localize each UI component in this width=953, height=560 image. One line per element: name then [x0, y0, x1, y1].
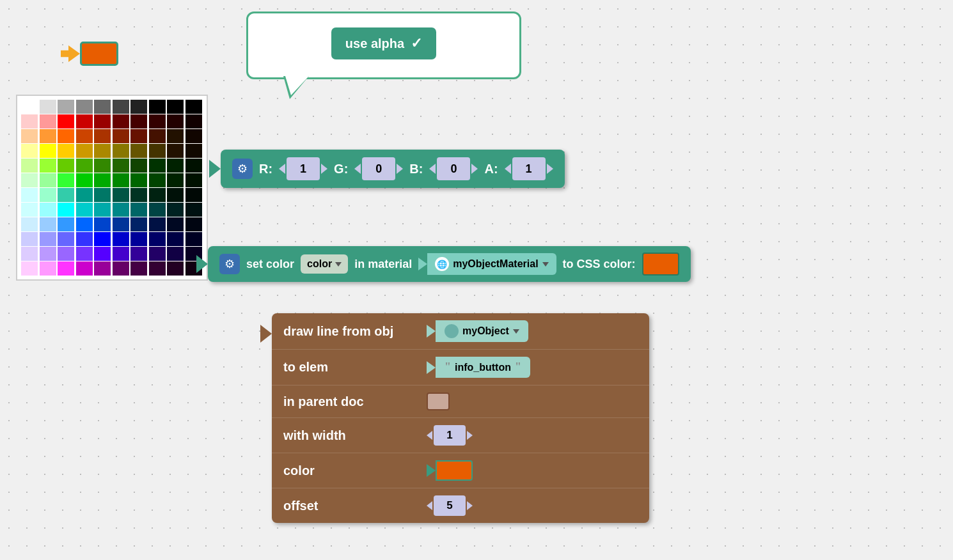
palette-cell[interactable]	[113, 144, 129, 158]
palette-cell[interactable]	[185, 173, 202, 187]
palette-cell[interactable]	[21, 217, 38, 231]
width-arrow-left[interactable]	[427, 431, 432, 440]
palette-cell[interactable]	[149, 159, 166, 173]
palette-cell[interactable]	[21, 247, 38, 261]
palette-cell[interactable]	[113, 203, 129, 217]
palette-cell[interactable]	[94, 232, 111, 246]
palette-cell[interactable]	[58, 261, 74, 276]
palette-cell[interactable]	[21, 114, 38, 128]
palette-cell[interactable]	[113, 247, 129, 261]
g-arrow-left[interactable]	[354, 164, 361, 174]
palette-cell[interactable]	[94, 173, 111, 187]
palette-cell[interactable]	[94, 114, 111, 128]
palette-cell[interactable]	[185, 100, 202, 114]
palette-cell[interactable]	[76, 100, 93, 114]
palette-cell[interactable]	[113, 129, 129, 143]
color-rect-icon[interactable]	[80, 42, 118, 66]
palette-cell[interactable]	[58, 100, 74, 114]
palette-cell[interactable]	[58, 159, 74, 173]
palette-cell[interactable]	[130, 129, 147, 143]
palette-cell[interactable]	[76, 217, 93, 231]
css-color-swatch[interactable]	[642, 253, 679, 276]
palette-cell[interactable]	[21, 232, 38, 246]
line-color-swatch[interactable]	[436, 460, 473, 481]
palette-cell[interactable]	[130, 159, 147, 173]
palette-cell[interactable]	[185, 232, 202, 246]
palette-cell[interactable]	[130, 100, 147, 114]
palette-cell[interactable]	[21, 159, 38, 173]
palette-cell[interactable]	[76, 261, 93, 276]
palette-cell[interactable]	[40, 144, 56, 158]
palette-cell[interactable]	[58, 247, 74, 261]
palette-cell[interactable]	[113, 188, 129, 202]
palette-cell[interactable]	[76, 129, 93, 143]
palette-cell[interactable]	[113, 114, 129, 128]
rgba-g-input[interactable]	[362, 157, 395, 180]
palette-cell[interactable]	[76, 188, 93, 202]
palette-cell[interactable]	[149, 261, 166, 276]
palette-cell[interactable]	[149, 114, 166, 128]
palette-cell[interactable]	[58, 114, 74, 128]
palette-cell[interactable]	[149, 100, 166, 114]
palette-cell[interactable]	[130, 144, 147, 158]
palette-cell[interactable]	[185, 144, 202, 158]
palette-cell[interactable]	[40, 217, 56, 231]
palette-cell[interactable]	[76, 144, 93, 158]
palette-cell[interactable]	[40, 100, 56, 114]
palette-cell[interactable]	[94, 203, 111, 217]
palette-cell[interactable]	[130, 203, 147, 217]
palette-cell[interactable]	[40, 203, 56, 217]
palette-cell[interactable]	[130, 188, 147, 202]
palette-cell[interactable]	[113, 232, 129, 246]
palette-cell[interactable]	[94, 261, 111, 276]
elem-dropdown[interactable]: " info_button "	[436, 357, 530, 378]
offset-input[interactable]	[434, 495, 466, 516]
bool-swatch[interactable]	[427, 393, 450, 410]
material-dropdown[interactable]: 🌐 myObjectMaterial	[427, 253, 556, 275]
palette-cell[interactable]	[58, 144, 74, 158]
palette-cell[interactable]	[76, 247, 93, 261]
palette-cell[interactable]	[149, 173, 166, 187]
palette-cell[interactable]	[167, 173, 184, 187]
palette-cell[interactable]	[149, 203, 166, 217]
rgba-b-input[interactable]	[437, 157, 470, 180]
palette-cell[interactable]	[113, 159, 129, 173]
g-arrow-right[interactable]	[397, 164, 403, 174]
palette-cell[interactable]	[149, 232, 166, 246]
palette-cell[interactable]	[130, 217, 147, 231]
palette-cell[interactable]	[149, 188, 166, 202]
palette-cell[interactable]	[94, 188, 111, 202]
a-arrow-right[interactable]	[547, 164, 553, 174]
palette-cell[interactable]	[76, 173, 93, 187]
palette-cell[interactable]	[76, 232, 93, 246]
palette-cell[interactable]	[113, 173, 129, 187]
palette-cell[interactable]	[76, 203, 93, 217]
palette-cell[interactable]	[58, 173, 74, 187]
palette-cell[interactable]	[94, 217, 111, 231]
palette-cell[interactable]	[130, 173, 147, 187]
a-arrow-left[interactable]	[505, 164, 511, 174]
palette-cell[interactable]	[94, 129, 111, 143]
rgba-r-input[interactable]	[287, 157, 320, 180]
offset-arrow-right[interactable]	[467, 501, 473, 510]
palette-cell[interactable]	[167, 247, 184, 261]
palette-cell[interactable]	[130, 261, 147, 276]
palette-cell[interactable]	[167, 203, 184, 217]
palette-cell[interactable]	[167, 129, 184, 143]
palette-cell[interactable]	[76, 114, 93, 128]
palette-cell[interactable]	[113, 261, 129, 276]
palette-cell[interactable]	[167, 114, 184, 128]
palette-cell[interactable]	[94, 159, 111, 173]
r-arrow-left[interactable]	[279, 164, 285, 174]
palette-cell[interactable]	[113, 100, 129, 114]
palette-cell[interactable]	[185, 159, 202, 173]
palette-cell[interactable]	[40, 188, 56, 202]
palette-cell[interactable]	[167, 261, 184, 276]
palette-cell[interactable]	[149, 247, 166, 261]
b-arrow-left[interactable]	[429, 164, 436, 174]
b-arrow-right[interactable]	[471, 164, 478, 174]
palette-cell[interactable]	[185, 114, 202, 128]
palette-cell[interactable]	[21, 261, 38, 276]
use-alpha-button[interactable]: use alpha ✓	[331, 27, 436, 59]
palette-cell[interactable]	[167, 100, 184, 114]
